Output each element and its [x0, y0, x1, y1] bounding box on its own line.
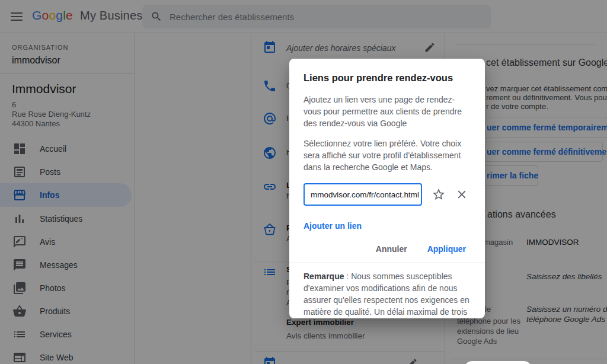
- appointment-links-dialog: Liens pour prendre rendez-vous Ajoutez u…: [289, 59, 485, 318]
- remove-link-button[interactable]: [455, 188, 468, 201]
- prefer-link-star-button[interactable]: [432, 187, 446, 202]
- apply-button[interactable]: Appliquer: [427, 244, 466, 254]
- dialog-title: Liens pour prendre rendez-vous: [304, 72, 471, 84]
- input-text: ontact.html: [380, 190, 419, 199]
- google-my-business-app: Google My Business ORGANISATION immodvis…: [0, 0, 607, 364]
- add-link-button[interactable]: Ajouter un lien: [304, 221, 362, 231]
- cancel-button[interactable]: Annuler: [376, 244, 407, 254]
- bottom-pill-button[interactable]: [464, 361, 532, 364]
- input-text: mmodvisor.com/fr/c: [311, 190, 380, 199]
- dialog-paragraph: Ajoutez un lien vers une page de rendez-…: [304, 94, 471, 129]
- close-icon: [455, 188, 468, 201]
- star-outline-icon: [432, 187, 446, 202]
- appointment-link-input[interactable]: mmodvisor.com/fr/contact.html: [304, 183, 422, 206]
- note-prefix: Remarque: [304, 272, 344, 281]
- dialog-note: Remarque : Nous sommes susceptibles d'ex…: [304, 263, 471, 318]
- dialog-paragraph: Sélectionnez votre lien préféré. Votre c…: [304, 138, 471, 173]
